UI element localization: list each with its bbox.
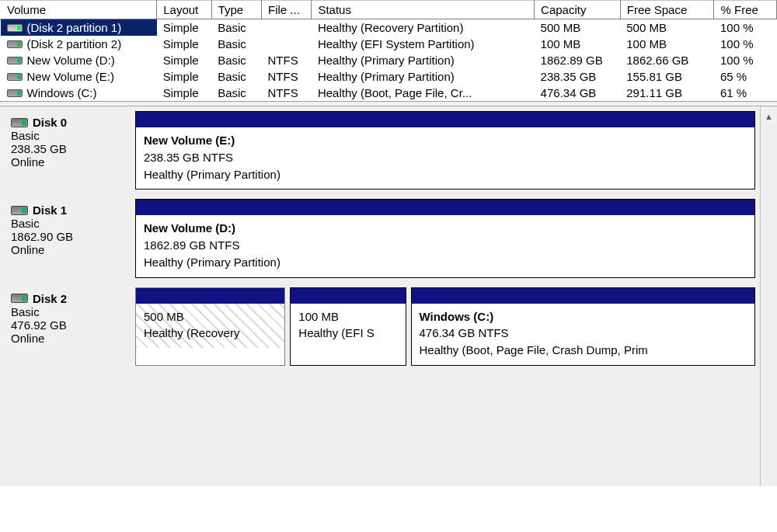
volume-icon <box>7 73 23 81</box>
volume-pfree: 100 % <box>714 36 777 52</box>
volume-name: New Volume (E:) <box>27 70 115 83</box>
volume-fs: NTFS <box>262 68 312 85</box>
volume-free: 291.11 GB <box>620 85 714 101</box>
partition-size: 476.34 GB NTFS <box>420 325 747 342</box>
partition-strip: New Volume (E:)238.35 GB NTFSHealthy (Pr… <box>135 111 755 190</box>
volume-pfree: 100 % <box>714 52 777 68</box>
volume-capacity: 1862.89 GB <box>535 52 621 68</box>
col-freespace[interactable]: Free Space <box>620 1 714 19</box>
scroll-up-arrow-icon[interactable]: ▲ <box>762 110 776 123</box>
partition-status: Healthy (Primary Partition) <box>144 254 747 271</box>
volume-name: (Disk 2 partition 1) <box>27 21 122 34</box>
disk-size: 476.92 GB <box>11 318 126 332</box>
disk-name: Disk 0 <box>33 116 67 129</box>
col-status[interactable]: Status <box>312 1 535 19</box>
partition-header-bar <box>291 288 405 304</box>
partition-title: Windows (C:) <box>420 308 747 325</box>
partition-header-bar <box>136 288 284 304</box>
volume-type: Basic <box>211 85 261 101</box>
disk-row: Disk 0Basic238.35 GBOnlineNew Volume (E:… <box>5 111 755 190</box>
partition-header-bar <box>136 200 754 215</box>
volume-layout: Simple <box>157 85 211 101</box>
partition-status: Healthy (Primary Partition) <box>144 166 747 183</box>
col-filesystem[interactable]: File ... <box>262 1 312 19</box>
partition-title: New Volume (E:) <box>144 132 747 149</box>
disk-icon <box>11 206 28 215</box>
volume-free: 100 MB <box>620 36 714 52</box>
col-pctfree[interactable]: % Free <box>714 1 777 19</box>
partition-header-bar <box>136 112 754 127</box>
partition-size: 100 MB <box>298 308 397 325</box>
volume-row[interactable]: Windows (C:)SimpleBasicNTFSHealthy (Boot… <box>1 85 777 101</box>
disk-state: Online <box>11 332 126 345</box>
volume-name: New Volume (D:) <box>27 54 115 67</box>
volume-layout: Simple <box>157 52 211 68</box>
partition-header-bar <box>412 288 755 304</box>
disk-label[interactable]: Disk 0Basic238.35 GBOnline <box>5 111 129 190</box>
partition-box[interactable]: New Volume (E:)238.35 GB NTFSHealthy (Pr… <box>135 111 755 190</box>
disk-state: Online <box>11 155 126 169</box>
disk-row: Disk 1Basic1862.90 GBOnlineNew Volume (D… <box>5 199 755 277</box>
volume-row[interactable]: New Volume (D:)SimpleBasicNTFSHealthy (P… <box>1 52 777 68</box>
partition-status: Healthy (EFI S <box>298 325 397 342</box>
volume-pfree: 65 % <box>714 68 777 85</box>
disk-row: Disk 2Basic476.92 GBOnline500 MBHealthy … <box>5 287 755 366</box>
disk-size: 1862.90 GB <box>11 230 126 243</box>
volume-row[interactable]: (Disk 2 partition 2)SimpleBasicHealthy (… <box>1 36 777 52</box>
disk-type: Basic <box>11 217 126 230</box>
volume-free: 1862.66 GB <box>620 52 714 68</box>
volume-type: Basic <box>211 19 261 37</box>
volume-layout: Simple <box>157 36 211 52</box>
disk-type: Basic <box>11 305 126 318</box>
col-volume[interactable]: Volume <box>1 1 157 19</box>
vertical-scrollbar[interactable]: ▲ <box>760 106 777 486</box>
disk-label[interactable]: Disk 1Basic1862.90 GBOnline <box>5 199 129 277</box>
volume-free: 500 MB <box>620 19 714 37</box>
disk-type: Basic <box>11 129 126 142</box>
partition-box[interactable]: Windows (C:)476.34 GB NTFSHealthy (Boot,… <box>411 287 756 366</box>
volume-icon <box>7 24 23 32</box>
volume-fs <box>262 19 312 37</box>
partition-status: Healthy (Boot, Page File, Crash Dump, Pr… <box>420 342 747 359</box>
volume-capacity: 100 MB <box>535 36 621 52</box>
col-type[interactable]: Type <box>211 1 261 19</box>
volume-layout: Simple <box>157 68 211 85</box>
col-layout[interactable]: Layout <box>157 1 211 19</box>
volume-name: (Disk 2 partition 2) <box>27 37 122 50</box>
volume-status: Healthy (EFI System Partition) <box>312 36 535 52</box>
volume-row[interactable]: (Disk 2 partition 1)SimpleBasicHealthy (… <box>1 19 777 37</box>
partition-title: New Volume (D:) <box>144 220 747 237</box>
volume-fs: NTFS <box>262 85 312 101</box>
partition-strip: New Volume (D:)1862.89 GB NTFSHealthy (P… <box>135 199 755 277</box>
disk-size: 238.35 GB <box>11 142 126 155</box>
partition-box[interactable]: New Volume (D:)1862.89 GB NTFSHealthy (P… <box>135 199 755 277</box>
volume-capacity: 238.35 GB <box>535 68 621 85</box>
volume-status: Healthy (Boot, Page File, Cr... <box>312 85 535 101</box>
volume-type: Basic <box>211 68 261 85</box>
volume-list-table: Volume Layout Type File ... Status Capac… <box>0 0 777 101</box>
col-capacity[interactable]: Capacity <box>535 1 621 19</box>
volume-icon <box>7 40 23 48</box>
partition-size: 500 MB <box>144 308 277 325</box>
volume-icon <box>7 57 23 64</box>
volume-type: Basic <box>211 52 261 68</box>
partition-size: 238.35 GB NTFS <box>144 149 747 166</box>
volume-status: Healthy (Primary Partition) <box>312 68 535 85</box>
volume-row[interactable]: New Volume (E:)SimpleBasicNTFSHealthy (P… <box>1 68 777 85</box>
volume-capacity: 476.34 GB <box>535 85 621 101</box>
volume-header-row: Volume Layout Type File ... Status Capac… <box>1 1 777 19</box>
partition-box[interactable]: 500 MBHealthy (Recovery <box>135 287 285 366</box>
volume-pfree: 100 % <box>714 19 777 37</box>
partition-status: Healthy (Recovery <box>144 325 277 342</box>
partition-box[interactable]: 100 MBHealthy (EFI S <box>290 287 406 366</box>
disk-name: Disk 2 <box>33 292 67 305</box>
volume-free: 155.81 GB <box>620 68 714 85</box>
volume-status: Healthy (Recovery Partition) <box>312 19 535 37</box>
volume-icon <box>7 89 23 97</box>
graphical-view: Disk 0Basic238.35 GBOnlineNew Volume (E:… <box>0 106 777 486</box>
volume-capacity: 500 MB <box>535 19 621 37</box>
disk-name: Disk 1 <box>33 203 67 217</box>
volume-type: Basic <box>211 36 261 52</box>
volume-fs <box>262 36 312 52</box>
disk-label[interactable]: Disk 2Basic476.92 GBOnline <box>5 287 129 366</box>
